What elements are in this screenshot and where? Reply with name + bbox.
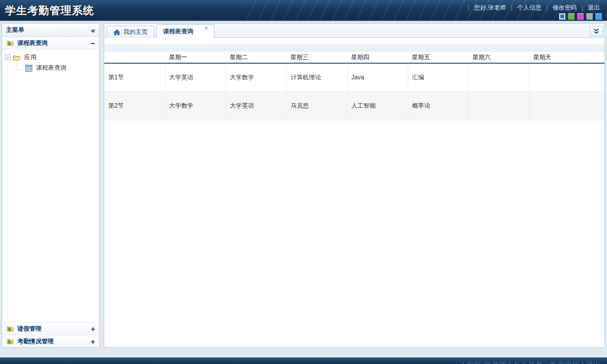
- sidebar-title: 主菜单: [6, 24, 24, 36]
- change-password-link[interactable]: 修改密码: [552, 4, 577, 11]
- separator: |: [582, 4, 583, 11]
- menu-tree: 应用 课程表查询: [2, 50, 99, 73]
- course-cell: 大学英语: [165, 63, 226, 92]
- course-cell: [468, 63, 529, 92]
- sidebar-header: 主菜单 «: [2, 24, 99, 37]
- schedule-table: 星期一星期二星期三星期四星期五星期六星期天 第1节大学英语大学数学计算机理论Ja…: [104, 52, 604, 120]
- folder-arrow-icon: [6, 337, 14, 345]
- tab-schedule-query[interactable]: 课程表查询 ×: [156, 24, 214, 38]
- course-cell: 大学数学: [165, 92, 226, 120]
- schedule-body: 第1节大学英语大学数学计算机理论Java汇编第2节大学数学大学英语马克思人工智能…: [104, 63, 604, 120]
- tree-node-label[interactable]: 应用: [23, 53, 38, 62]
- footer-text: | 您好,张老师 | 个人信息 | 修改密码 | 退出: [462, 360, 601, 364]
- tab-bar: 我的主页 课程表查询 ×: [104, 24, 604, 38]
- accordion-panel-leave[interactable]: 请假管理 +: [2, 322, 99, 335]
- theme-switcher: [559, 13, 602, 20]
- course-cell: 汇编: [408, 63, 468, 92]
- tree-collapse-icon[interactable]: [5, 55, 11, 60]
- course-cell: [529, 92, 604, 120]
- double-chevron-down-icon: [593, 28, 599, 34]
- day-header-cell: 星期六: [468, 52, 529, 63]
- accordion-panel-label: 请假管理: [17, 325, 41, 333]
- day-header-cell: 星期二: [226, 52, 286, 63]
- logout-link[interactable]: 退出: [588, 4, 600, 11]
- separator: |: [546, 4, 548, 11]
- expand-panel-icon[interactable]: +: [91, 325, 95, 333]
- course-cell: 大学数学: [226, 63, 286, 92]
- accordion-panel-label: 课程表查询: [17, 39, 48, 48]
- profile-link[interactable]: 个人信息: [517, 4, 541, 11]
- user-links: | 您好,张老师 | 个人信息 | 修改密码 | 退出: [467, 4, 602, 12]
- tab-label: 我的主页: [123, 28, 148, 36]
- schedule-row: 第2节大学数学大学英语马克思人工智能概率论: [104, 92, 604, 120]
- day-header-cell: 星期一: [165, 52, 226, 63]
- folder-arrow-icon: [6, 39, 14, 47]
- schedule-header-row: 星期一星期二星期三星期四星期五星期六星期天: [104, 52, 604, 63]
- schedule-row: 第1节大学英语大学数学计算机理论Java汇编: [104, 63, 604, 92]
- course-cell: [468, 92, 529, 120]
- day-header-cell: 星期五: [408, 52, 468, 63]
- course-cell: 大学英语: [226, 92, 286, 120]
- tree-node-label[interactable]: 课程表查询: [34, 63, 68, 73]
- sidebar: 主菜单 « 课程表查询 − 应用 课: [2, 23, 100, 348]
- tree-node-app[interactable]: 应用: [2, 52, 99, 63]
- course-cell: 马克思: [286, 92, 347, 120]
- tree-node-schedule-query[interactable]: 课程表查询: [2, 63, 99, 73]
- top-bar: 学生考勤管理系统 | 您好,张老师 | 个人信息 | 修改密码 | 退出: [0, 0, 607, 22]
- accordion-panel-schedule[interactable]: 课程表查询 −: [2, 37, 99, 50]
- tab-my-homepage[interactable]: 我的主页: [107, 26, 154, 38]
- footer-bar: | 您好,张老师 | 个人信息 | 修改密码 | 退出: [0, 357, 607, 364]
- main-panel: 我的主页 课程表查询 × 星期一星期二星期三星期四星期五星期六星期天 第1节大学…: [104, 23, 605, 348]
- table-icon: [25, 65, 32, 72]
- greeting-text: 您好,张老师: [474, 4, 506, 11]
- course-cell: 计算机理论: [286, 63, 347, 92]
- course-cell: 概率论: [408, 92, 468, 120]
- app-title: 学生考勤管理系统: [5, 4, 94, 18]
- day-header-cell: [104, 52, 165, 63]
- accordion-panel-label: 考勤情况管理: [17, 337, 54, 346]
- tab-label: 课程表查询: [163, 27, 193, 36]
- home-icon: [113, 29, 120, 36]
- period-cell: 第2节: [104, 92, 165, 120]
- theme-swatch-green[interactable]: [568, 13, 575, 20]
- day-header-cell: 星期天: [529, 52, 604, 63]
- accordion-bottom-group: 请假管理 + 考勤情况管理 +: [2, 322, 99, 347]
- collapse-panel-icon[interactable]: −: [91, 39, 95, 47]
- period-cell: 第1节: [104, 63, 165, 92]
- sidebar-collapse-icon[interactable]: «: [91, 26, 95, 34]
- theme-swatch-default-blue[interactable]: [559, 13, 566, 20]
- separator: |: [468, 4, 469, 11]
- open-folder-icon: [13, 54, 21, 62]
- schedule-content: 星期一星期二星期三星期四星期五星期六星期天 第1节大学英语大学数学计算机理论Ja…: [104, 38, 604, 347]
- course-cell: Java: [347, 63, 408, 92]
- course-cell: [529, 63, 604, 92]
- grid-header-strip: [104, 44, 604, 52]
- day-header-cell: 星期三: [286, 52, 347, 63]
- accordion-panel-attendance[interactable]: 考勤情况管理 +: [2, 335, 99, 347]
- folder-arrow-icon: [6, 325, 14, 333]
- tab-overflow-button[interactable]: [590, 26, 603, 36]
- day-header-cell: 星期四: [347, 52, 408, 63]
- close-tab-icon[interactable]: ×: [204, 25, 208, 32]
- separator: |: [511, 4, 512, 11]
- expand-panel-icon[interactable]: +: [91, 338, 95, 345]
- theme-swatch-light-blue[interactable]: [595, 13, 602, 20]
- tree-elbow-connector: [16, 63, 23, 70]
- theme-swatch-magenta[interactable]: [577, 13, 584, 20]
- course-cell: 人工智能: [347, 92, 408, 120]
- theme-swatch-gray[interactable]: [586, 13, 593, 20]
